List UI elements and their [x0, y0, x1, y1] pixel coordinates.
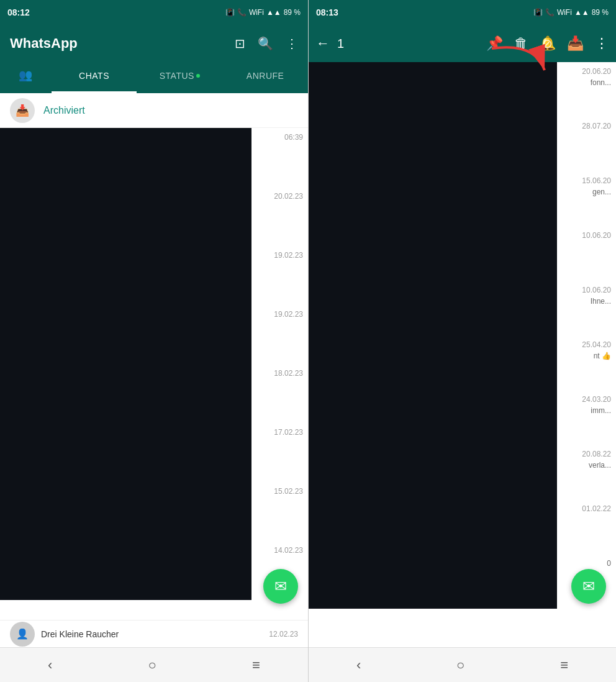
left-status-icons: 📳 📞 WiFi ▲▲ 89 % — [225, 8, 301, 17]
left-nav-bar: ‹ ○ ≡ — [0, 647, 308, 682]
right-timestamps: 20.06.20 fonn... 28.07.20 15.06.20 gen..… — [561, 62, 611, 609]
time-3: 19.02.23 — [274, 251, 303, 260]
tab-chats[interactable]: Chats — [52, 62, 137, 93]
right-call-icon: 📞 — [545, 8, 555, 17]
right-time-item-7: 24.03.20 imm... — [561, 390, 611, 445]
left-chat-list-container: 06:39 20.02.23 19.02.23 19.02.23 18.02.2… — [0, 128, 308, 647]
right-preview-1: fonn... — [591, 78, 611, 87]
left-black-area — [0, 128, 251, 600]
tabs-bar: 👥 Chats Status Anrufe — [0, 62, 308, 93]
tab-people[interactable]: 👥 — [0, 62, 52, 93]
right-menu-nav[interactable]: ≡ — [560, 657, 568, 673]
right-time-item-5: 10.06.20 Ihne... — [561, 281, 611, 335]
right-time-5: 10.06.20 — [582, 286, 611, 294]
right-back-nav[interactable]: ‹ — [356, 657, 361, 673]
time-item-4: 19.02.23 — [253, 305, 303, 364]
time-7: 15.02.23 — [274, 487, 303, 496]
time-item-7: 15.02.23 — [253, 482, 303, 541]
right-time-2: 28.07.20 — [582, 122, 611, 130]
back-button[interactable]: ← — [316, 35, 330, 52]
right-time-3: 15.06.20 — [582, 176, 611, 185]
tab-status[interactable]: Status — [137, 62, 222, 93]
compose-fab[interactable]: ✉ — [263, 569, 298, 604]
right-chat-list[interactable]: 20.06.20 fonn... 28.07.20 15.06.20 gen..… — [309, 62, 616, 647]
left-time: 08:12 — [7, 7, 30, 17]
right-time-9: 01.02.22 — [582, 504, 611, 513]
right-home-nav[interactable]: ○ — [456, 657, 464, 673]
right-time-item-1: 20.06.20 fonn... — [561, 62, 611, 117]
people-icon: 👥 — [19, 68, 33, 82]
tab-anrufe[interactable]: Anrufe — [222, 62, 308, 93]
right-chat-list-container: 20.06.20 fonn... 28.07.20 15.06.20 gen..… — [309, 62, 616, 647]
left-header-icons: ⊡ 🔍 ⋮ — [235, 36, 298, 51]
more-menu-button[interactable]: ⋮ — [286, 36, 298, 51]
right-compose-fab[interactable]: ✉ — [571, 569, 606, 604]
right-preview-5: Ihne... — [591, 297, 611, 306]
menu-nav-button[interactable]: ≡ — [252, 657, 260, 673]
time-1: 06:39 — [284, 133, 303, 142]
right-time-item-6: 25.04.20 nt 👍 — [561, 335, 611, 390]
archived-label: Archiviert — [43, 105, 85, 116]
right-header-actions: 📌 🗑 🔔 ⊘ 📥 ⋮ — [486, 35, 609, 52]
right-time-4: 10.06.20 — [582, 231, 611, 240]
right-time-1: 20.06.20 — [582, 67, 611, 76]
time-6: 17.02.23 — [274, 428, 303, 437]
right-time-8: 20.08.22 — [582, 450, 611, 458]
camera-button[interactable]: ⊡ — [235, 36, 245, 51]
delete-button[interactable]: 🗑 — [514, 35, 528, 52]
right-selection-header: ← 1 📌 🗑 🔔 ⊘ 📥 ⋮ — [309, 25, 616, 62]
time-2: 20.02.23 — [274, 192, 303, 201]
time-8: 14.02.23 — [274, 546, 303, 555]
selected-count: 1 — [337, 37, 479, 51]
right-battery: 89 % — [592, 8, 609, 17]
right-black-area — [309, 62, 557, 609]
mute-button[interactable]: 🔔 ⊘ — [539, 35, 556, 52]
app-title: WhatsApp — [10, 35, 78, 52]
pin-button[interactable]: 📌 — [486, 35, 503, 52]
tab-status-label: Status — [160, 71, 194, 81]
right-preview-3: gen... — [592, 188, 611, 196]
time-item-5: 18.02.23 — [253, 364, 303, 423]
right-preview-8: verla... — [589, 461, 611, 470]
signal-icon: ▲▲ — [266, 8, 281, 17]
archive-button[interactable]: 📥 — [567, 35, 584, 52]
archived-row[interactable]: 📥 Archiviert — [0, 93, 308, 128]
right-preview-7: imm... — [591, 406, 611, 415]
right-wifi-icon: WiFi — [557, 8, 572, 17]
time-item-1: 06:39 — [253, 128, 303, 187]
left-status-bar: 08:12 📳 📞 WiFi ▲▲ 89 % — [0, 0, 308, 25]
right-signal-icon: ▲▲ — [574, 8, 589, 17]
bottom-contact-row[interactable]: 👤 Drei Kleine Raucher 12.02.23 — [0, 620, 308, 647]
right-time-item-8: 20.08.22 verla... — [561, 445, 611, 499]
left-panel: 08:12 📳 📞 WiFi ▲▲ 89 % WhatsApp ⊡ 🔍 ⋮ 👥 … — [0, 0, 308, 682]
status-dot — [196, 74, 200, 78]
right-vibrate-icon: 📳 — [533, 8, 543, 17]
right-nav-bar: ‹ ○ ≡ — [309, 647, 616, 682]
right-time-item-9: 01.02.22 — [561, 499, 611, 554]
left-timestamps: 06:39 20.02.23 19.02.23 19.02.23 18.02.2… — [253, 128, 303, 600]
right-time-item-2: 28.07.20 — [561, 117, 611, 171]
right-time-7: 24.03.20 — [582, 395, 611, 404]
vibrate-icon: 📳 — [225, 8, 235, 17]
battery-left: 89 % — [284, 8, 301, 17]
right-preview-10: 0 — [607, 559, 611, 568]
right-time-item-4: 10.06.20 — [561, 226, 611, 281]
wifi-icon: WiFi — [249, 8, 264, 17]
tab-anrufe-label: Anrufe — [247, 71, 284, 81]
time-item-6: 17.02.23 — [253, 423, 303, 482]
right-time-6: 25.04.20 — [582, 340, 611, 349]
more-button[interactable]: ⋮ — [595, 35, 609, 52]
call-icon: 📞 — [237, 8, 247, 17]
right-preview-6: nt 👍 — [594, 352, 611, 360]
right-panel: 08:13 📳 📞 WiFi ▲▲ 89 % ← 1 📌 🗑 🔔 ⊘ 📥 ⋮ — [308, 0, 616, 682]
back-nav-button[interactable]: ‹ — [48, 657, 52, 673]
time-4: 19.02.23 — [274, 310, 303, 319]
contact-avatar: 👤 — [10, 622, 35, 647]
search-button[interactable]: 🔍 — [258, 36, 273, 51]
home-nav-button[interactable]: ○ — [148, 657, 156, 673]
right-time-item-3: 15.06.20 gen... — [561, 171, 611, 226]
left-chat-list[interactable]: 06:39 20.02.23 19.02.23 19.02.23 18.02.2… — [0, 128, 308, 620]
right-status-bar: 08:13 📳 📞 WiFi ▲▲ 89 % — [309, 0, 616, 25]
bottom-contact-info: 👤 Drei Kleine Raucher — [10, 622, 119, 647]
right-status-icons: 📳 📞 WiFi ▲▲ 89 % — [533, 8, 609, 17]
